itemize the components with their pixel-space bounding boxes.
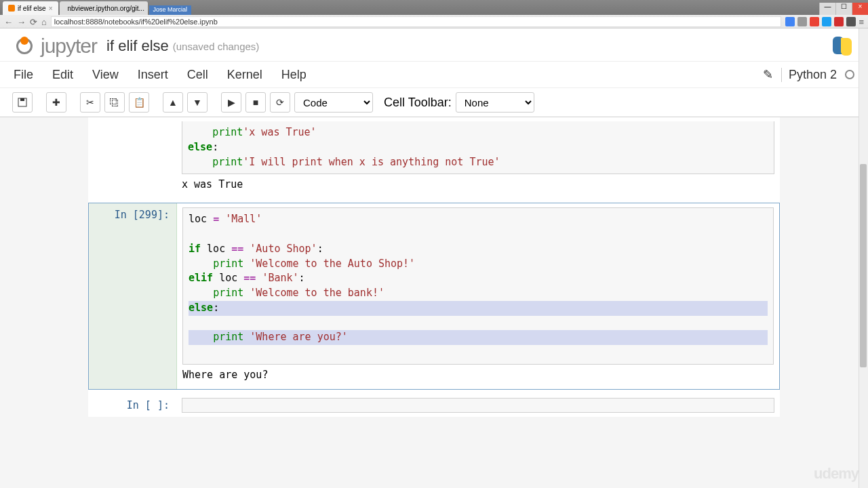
page-body: jupyter if elif else (unsaved changes) F… [0, 28, 868, 488]
ext-icon[interactable] [834, 17, 844, 26]
cell-output: Where are you? [182, 365, 774, 385]
jupyter-logo-text: jupyter [41, 35, 97, 58]
close-button[interactable]: × [852, 3, 868, 15]
prompt-area [88, 117, 176, 199]
jupyter-logo[interactable]: jupyter [14, 35, 97, 58]
reload-icon[interactable]: ⟳ [30, 17, 37, 27]
user-badge: Jose Marcial [149, 5, 192, 15]
back-icon[interactable]: ← [4, 17, 13, 27]
browser-tab-active[interactable]: if elif else × [3, 1, 58, 15]
svg-rect-1 [20, 98, 24, 101]
kernel-name: Python 2 [781, 68, 837, 82]
prompt-label: In [299]: [115, 209, 170, 221]
menu-cell[interactable]: Cell [187, 68, 208, 82]
code-cell-selected[interactable]: In [299]: loc = 'Mall' if loc == 'Auto S… [88, 203, 780, 390]
notebook-title[interactable]: if elif else [106, 37, 169, 55]
ext-icon[interactable] [785, 17, 795, 26]
kernel-status-icon [845, 70, 854, 79]
menu-edit[interactable]: Edit [52, 68, 73, 82]
cell-toolbar-label: Cell Toolbar: [384, 96, 452, 110]
restart-button[interactable]: ⟳ [270, 92, 290, 113]
menu-kernel[interactable]: Kernel [227, 68, 262, 82]
menu-help[interactable]: Help [281, 68, 307, 82]
ext-icon[interactable] [810, 17, 819, 26]
menu-icon[interactable]: ≡ [859, 17, 864, 27]
code-cell-empty[interactable]: In [ ]: [88, 394, 780, 417]
extension-icons: ≡ [785, 17, 864, 27]
run-button[interactable]: ▶ [221, 92, 241, 113]
celltype-select[interactable]: Code [294, 92, 373, 113]
jupyter-favicon [8, 5, 15, 12]
stop-button[interactable]: ■ [245, 92, 266, 113]
window-controls: — ☐ × [819, 3, 868, 15]
prompt-area: In [299]: [89, 203, 177, 389]
scroll-thumb[interactable] [860, 164, 867, 367]
forward-icon[interactable]: → [17, 17, 26, 27]
maximize-button[interactable]: ☐ [835, 3, 852, 15]
add-cell-button[interactable]: ✚ [46, 92, 66, 113]
menu-view[interactable]: View [92, 68, 119, 82]
udemy-watermark: udemy [814, 465, 859, 483]
copy-button[interactable]: ⿻ [104, 92, 125, 113]
address-bar: ← → ⟳ ⌂ localhost:8888/notebooks/if%20el… [0, 15, 868, 28]
home-icon[interactable]: ⌂ [41, 17, 47, 27]
move-down-button[interactable]: ▼ [187, 92, 208, 113]
menu-bar: File Edit View Insert Cell Kernel Help ✎… [0, 62, 868, 88]
move-up-button[interactable]: ▲ [163, 92, 183, 113]
prompt-label: In [ ]: [127, 399, 170, 411]
browser-chrome: if elif else × nbviewer.ipython.org/git.… [0, 0, 868, 28]
code-cell[interactable]: print'x was True' else: print'I will pri… [88, 117, 780, 199]
minimize-button[interactable]: — [819, 3, 835, 15]
notebook-status: (unsaved changes) [173, 41, 260, 52]
cut-button[interactable]: ✂ [80, 92, 100, 113]
code-input[interactable]: loc = 'Mall' if loc == 'Auto Shop': prin… [182, 207, 774, 365]
browser-tab-inactive[interactable]: nbviewer.ipython.org/git... × [60, 1, 148, 15]
menu-file[interactable]: File [14, 68, 33, 82]
url-text: localhost:8888/notebooks/if%20elif%20els… [54, 18, 218, 26]
cell-output: x was True [182, 174, 774, 195]
tab-title: if elif else [18, 5, 46, 12]
jupyter-logo-icon [14, 35, 35, 57]
toolbar: ✚ ✂ ⿻ 📋 ▲ ▼ ▶ ■ ⟳ Code Cell Toolbar: Non… [0, 88, 868, 117]
edit-icon[interactable]: ✎ [763, 67, 773, 82]
scrollbar[interactable] [859, 28, 868, 488]
tab-bar: if elif else × nbviewer.ipython.org/git.… [0, 0, 868, 15]
python-logo-icon [830, 34, 854, 58]
close-icon[interactable]: × [49, 5, 53, 12]
code-input[interactable] [182, 398, 774, 413]
save-button[interactable] [12, 92, 33, 113]
code-input[interactable]: print'x was True' else: print'I will pri… [182, 121, 774, 174]
menu-insert[interactable]: Insert [138, 68, 168, 82]
ext-icon[interactable] [797, 17, 807, 26]
ext-icon[interactable] [846, 17, 856, 26]
cell-toolbar-select[interactable]: None [456, 92, 534, 113]
url-input[interactable]: localhost:8888/notebooks/if%20elif%20els… [51, 16, 782, 27]
tab-title: nbviewer.ipython.org/git... [68, 5, 144, 12]
jupyter-header: jupyter if elif else (unsaved changes) [0, 28, 868, 62]
notebook-area: print'x was True' else: print'I will pri… [0, 117, 868, 448]
ext-icon[interactable] [822, 17, 831, 26]
prompt-area: In [ ]: [88, 394, 176, 417]
paste-button[interactable]: 📋 [129, 92, 149, 113]
